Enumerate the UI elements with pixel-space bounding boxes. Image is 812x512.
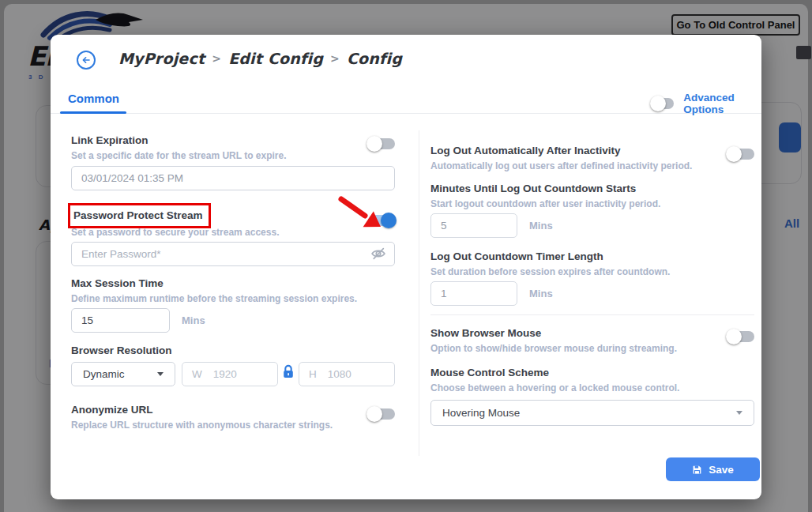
timer-length-description: Set duration before session expires afte… <box>430 266 670 277</box>
save-button-label: Save <box>709 464 734 476</box>
timer-length-label: Log Out Countdown Timer Length <box>430 250 603 262</box>
show-mouse-toggle[interactable] <box>727 331 754 342</box>
arrow-left-icon <box>80 54 92 66</box>
breadcrumb-config: Config <box>347 50 402 67</box>
mouse-scheme-label: Mouse Control Scheme <box>430 367 549 378</box>
screen: El 3 D Go To Old Control Panel Ap N All … <box>0 0 812 512</box>
eye-off-icon[interactable] <box>370 246 387 262</box>
link-expiration-label: Link Expiration <box>71 134 148 146</box>
resolution-width-input: W 1920 <box>182 362 278 386</box>
advanced-options-toggle[interactable] <box>652 98 674 109</box>
countdown-start-label: Minutes Until Log Out Countdown Starts <box>430 183 636 194</box>
right-column-divider <box>430 314 754 315</box>
show-mouse-label: Show Browser Mouse <box>430 327 541 339</box>
toggle-knob <box>726 146 742 162</box>
caret-down-icon <box>157 372 164 376</box>
save-button[interactable]: Save <box>666 457 760 481</box>
toggle-knob <box>650 96 666 111</box>
link-expiration-description: Set a specific date for the stream URL t… <box>71 150 287 161</box>
max-session-description: Define maximum runtime before the stream… <box>71 293 357 304</box>
toggle-knob <box>381 213 397 228</box>
breadcrumb-separator: > <box>330 52 340 65</box>
tab-common[interactable]: Common <box>60 92 127 105</box>
mouse-scheme-value: Hovering Mouse <box>442 407 520 419</box>
red-arrow-annotation <box>336 193 387 232</box>
countdown-start-description: Start logout countdown after user inacti… <box>430 198 660 209</box>
timer-length-unit: Mins <box>529 288 553 299</box>
anonymize-url-label: Anonymize URL <box>71 404 153 416</box>
mouse-scheme-select[interactable]: Hovering Mouse <box>430 400 754 426</box>
breadcrumb-separator: > <box>212 52 221 65</box>
toggle-knob <box>367 136 382 152</box>
password-label-highlight-annotation: Password Protect Stream <box>68 203 211 228</box>
countdown-start-unit: Mins <box>529 220 553 232</box>
max-session-unit: Mins <box>182 314 205 326</box>
edit-config-modal: MyProject > Edit Config > Config Common … <box>51 35 761 499</box>
browser-resolution-mode-value: Dynamic <box>83 368 125 380</box>
max-session-input[interactable] <box>71 308 170 333</box>
tab-active-underline <box>60 111 126 114</box>
show-mouse-description: Option to show/hide browser mouse during… <box>430 343 677 354</box>
height-prefix: H <box>309 368 317 380</box>
breadcrumb-project[interactable]: MyProject <box>118 50 205 67</box>
back-button[interactable] <box>77 51 96 70</box>
password-protect-description: Set a password to secure your stream acc… <box>71 227 279 238</box>
auto-logout-label: Log Out Automatically After Inactivity <box>430 145 621 156</box>
width-value: 1920 <box>213 368 237 380</box>
link-expiration-date-input[interactable] <box>71 166 395 190</box>
anonymize-url-description: Replace URL structure with anonymous cha… <box>71 420 333 431</box>
password-input[interactable] <box>71 242 395 266</box>
max-session-label: Max Session Time <box>71 277 164 289</box>
browser-resolution-label: Browser Resolution <box>71 344 172 356</box>
toggle-knob <box>726 329 742 344</box>
countdown-start-input[interactable] <box>430 213 517 238</box>
auto-logout-description: Automatically log out users after define… <box>430 160 692 171</box>
advanced-options-control: Advanced Options <box>652 92 761 115</box>
width-prefix: W <box>192 368 202 380</box>
password-protect-label: Password Protect Stream <box>73 209 203 221</box>
auto-logout-toggle[interactable] <box>727 149 754 160</box>
advanced-options-label: Advanced Options <box>683 92 761 115</box>
height-value: 1080 <box>328 368 351 380</box>
resolution-height-input: H 1080 <box>299 362 395 386</box>
lock-icon[interactable] <box>282 363 295 379</box>
breadcrumb: MyProject > Edit Config > Config <box>118 50 402 67</box>
password-protect-toggle[interactable] <box>368 215 395 226</box>
link-expiration-toggle[interactable] <box>368 138 395 149</box>
browser-resolution-mode-select[interactable]: Dynamic <box>71 362 175 386</box>
anonymize-url-toggle[interactable] <box>368 408 395 420</box>
timer-length-input[interactable] <box>430 281 517 306</box>
toggle-knob <box>367 406 382 422</box>
breadcrumb-edit-config[interactable]: Edit Config <box>228 50 323 67</box>
column-divider <box>419 130 419 456</box>
caret-down-icon <box>736 411 742 415</box>
mouse-scheme-description: Choose between a hovering or a locked mo… <box>430 382 679 393</box>
save-floppy-icon <box>692 465 702 475</box>
